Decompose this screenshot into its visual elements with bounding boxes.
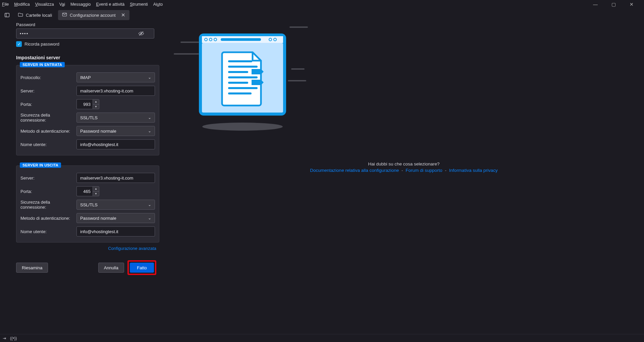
window-minimize-icon[interactable]: —: [588, 2, 602, 7]
svg-rect-18: [228, 76, 258, 78]
tab-label: Configurazione account: [70, 13, 116, 18]
svg-rect-16: [228, 66, 258, 68]
done-button[interactable]: Fatto: [130, 263, 154, 273]
decoration-line: [288, 80, 306, 81]
chevron-down-icon: ⌄: [148, 75, 151, 80]
menu-file[interactable]: File: [2, 2, 9, 7]
done-button-highlight: Fatto: [127, 260, 156, 275]
server-label: Server:: [20, 176, 72, 181]
tab-local-folders[interactable]: Cartelle locali: [14, 10, 56, 20]
menu-events[interactable]: Eventi e attività: [96, 2, 124, 7]
incoming-port-input[interactable]: [76, 99, 93, 109]
menu-message[interactable]: Messaggio: [70, 2, 91, 7]
window-restore-icon[interactable]: ▢: [606, 2, 621, 7]
incoming-auth-select[interactable]: Password normale⌄: [76, 126, 155, 136]
security-label: Sicurezza della connessione:: [20, 200, 72, 210]
decoration-line: [174, 53, 199, 55]
menu-edit[interactable]: Modifica: [14, 2, 30, 7]
outgoing-security-select[interactable]: SSL/TLS⌄: [76, 200, 155, 210]
port-stepper[interactable]: ▲▼: [93, 186, 99, 196]
svg-rect-12: [221, 38, 261, 41]
auth-label: Metodo di autenticazione:: [20, 216, 72, 221]
retest-button[interactable]: Riesamina: [16, 263, 48, 273]
server-settings-heading: Impostazioni server: [16, 55, 156, 60]
security-label: Sicurezza della connessione:: [20, 113, 72, 123]
outgoing-server-box: SERVER IN USCITA Server: Porta: ▲▼ Sicur…: [16, 165, 159, 243]
username-label: Nome utente:: [20, 229, 72, 234]
menu-bar: File Modifica Visualizza Vai Messaggio E…: [0, 0, 644, 9]
forum-link[interactable]: Forum di supporto: [406, 168, 442, 173]
svg-rect-17: [228, 71, 248, 73]
menu-help[interactable]: Aiuto: [153, 2, 163, 7]
outgoing-legend: SERVER IN USCITA: [20, 162, 61, 168]
incoming-security-select[interactable]: SSL/TLS⌄: [76, 113, 155, 123]
password-label: Password: [16, 22, 156, 27]
svg-rect-21: [228, 92, 252, 94]
close-tab-icon[interactable]: ✕: [121, 12, 125, 18]
doc-link[interactable]: Documentazione relativa alla configurazi…: [310, 168, 399, 173]
help-question: Hai dubbi su che cosa selezionare?: [164, 161, 644, 166]
decoration-line: [180, 42, 199, 43]
menu-tools[interactable]: Strumenti: [130, 2, 148, 7]
port-stepper[interactable]: ▲▼: [93, 99, 99, 109]
outgoing-username-input[interactable]: [76, 226, 155, 236]
toggle-password-icon[interactable]: [138, 30, 144, 38]
document-illustration: [197, 33, 288, 135]
outgoing-auth-select[interactable]: Password normale⌄: [76, 213, 155, 223]
protocol-label: Protocollo:: [20, 75, 72, 80]
tab-bar: Cartelle locali Configurazione account ✕: [0, 9, 644, 21]
privacy-link[interactable]: Informativa sulla privacy: [449, 168, 498, 173]
decoration-line: [289, 26, 308, 28]
activity-icon[interactable]: ((•)): [10, 336, 17, 341]
tab-label: Cartelle locali: [26, 13, 52, 18]
status-bar: ⇥ ((•)): [0, 334, 644, 342]
password-input[interactable]: [16, 28, 154, 39]
advanced-config-link[interactable]: Configurazione avanzata: [108, 246, 156, 251]
incoming-server-box: SERVER IN ENTRATA Protocollo: IMAP ⌄ Ser…: [16, 65, 159, 155]
cancel-button[interactable]: Annulla: [98, 263, 124, 273]
chevron-down-icon: ⌄: [148, 129, 151, 133]
port-label: Porta:: [20, 189, 72, 194]
window-close-icon[interactable]: ✕: [625, 2, 639, 7]
config-form: Password ✓ Ricorda password Impostazioni…: [0, 21, 164, 334]
svg-rect-20: [228, 87, 258, 89]
server-label: Server:: [20, 88, 72, 93]
remember-password-label: Ricorda password: [24, 42, 59, 47]
incoming-server-input[interactable]: [76, 86, 155, 96]
remember-password-checkbox[interactable]: ✓: [16, 41, 22, 47]
outgoing-port-input[interactable]: [76, 186, 93, 196]
incoming-legend: SERVER IN ENTRATA: [20, 62, 65, 67]
svg-rect-0: [5, 13, 9, 17]
username-label: Nome utente:: [20, 142, 72, 147]
folder-icon: [18, 12, 23, 18]
tab-account-config[interactable]: Configurazione account ✕: [58, 10, 129, 20]
menu-go[interactable]: Vai: [59, 2, 65, 7]
chevron-down-icon: ⌄: [148, 202, 151, 207]
svg-rect-15: [228, 60, 252, 62]
incoming-username-input[interactable]: [76, 139, 155, 149]
menu-view[interactable]: Visualizza: [35, 2, 54, 7]
decoration-line: [291, 68, 305, 70]
spaces-toolbar-icon[interactable]: [2, 10, 12, 20]
chevron-down-icon: ⌄: [148, 216, 151, 220]
port-label: Porta:: [20, 102, 72, 107]
outgoing-server-input[interactable]: [76, 173, 155, 183]
sync-icon[interactable]: ⇥: [3, 336, 6, 341]
help-block: Hai dubbi su che cosa selezionare? Docum…: [164, 161, 644, 173]
mail-settings-icon: [62, 12, 67, 18]
auth-label: Metodo di autenticazione:: [20, 129, 72, 134]
svg-point-5: [202, 123, 283, 131]
incoming-protocol-select[interactable]: IMAP ⌄: [76, 72, 155, 82]
chevron-down-icon: ⌄: [148, 115, 151, 120]
svg-rect-19: [228, 82, 248, 84]
